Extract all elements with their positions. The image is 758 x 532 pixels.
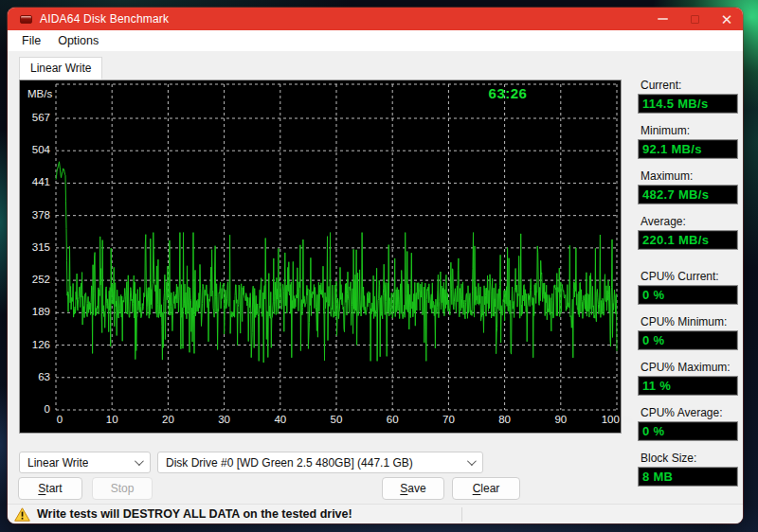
- x-axis-tick: 20: [147, 414, 189, 425]
- status-message: Write tests will DESTROY ALL DATA on the…: [37, 507, 352, 521]
- x-axis-tick: 30: [204, 414, 245, 425]
- y-axis-tick: 126: [22, 339, 50, 350]
- test-type-dropdown[interactable]: Linear Write: [19, 452, 151, 473]
- stat-value-6: 11 %: [638, 376, 738, 396]
- stat-label-5: CPU% Minimum:: [641, 315, 739, 328]
- x-axis-tick: 10: [91, 414, 133, 425]
- minimize-icon: [658, 18, 668, 20]
- benchmark-chart: MB/s 63:26 56750444137831525218912663001…: [19, 80, 622, 434]
- stat-label-6: CPU% Maximum:: [641, 361, 739, 374]
- button-label: Stop: [111, 482, 135, 495]
- chart-canvas: [20, 80, 623, 434]
- stat-value-2: 482.7 MB/s: [638, 185, 738, 204]
- stat-label-8: Block Size:: [641, 452, 739, 465]
- tab-linear-write[interactable]: Linear Write: [19, 57, 102, 80]
- stat-value-4: 0 %: [638, 285, 738, 305]
- stat-value-7: 0 %: [638, 421, 738, 441]
- x-axis-tick: 60: [371, 414, 413, 425]
- stat-label-4: CPU% Current:: [641, 270, 739, 283]
- close-button[interactable]: ✕: [711, 8, 743, 30]
- y-axis-tick: 63: [22, 371, 50, 382]
- y-axis-tick: 567: [22, 112, 50, 123]
- stat-label-7: CPU% Average:: [641, 406, 739, 419]
- stat-value-3: 220.1 MB/s: [638, 230, 738, 250]
- window-controls: ✕: [646, 8, 743, 30]
- x-axis-tick: 100 %: [596, 414, 638, 425]
- minimize-button[interactable]: [646, 8, 678, 30]
- y-axis-tick: 504: [22, 144, 50, 155]
- button-label: tart: [45, 482, 62, 495]
- x-axis-tick: 50: [316, 414, 357, 425]
- button-label: C: [473, 482, 481, 495]
- button-label: lear: [480, 482, 499, 495]
- maximize-icon: [691, 15, 699, 24]
- chevron-down-icon: [467, 456, 477, 466]
- stat-label-1: Minimum:: [641, 124, 739, 137]
- x-axis-tick: 80: [484, 414, 526, 425]
- app-icon: [20, 15, 32, 24]
- x-axis-tick: 40: [260, 414, 301, 425]
- y-axis-tick: 189: [22, 306, 50, 317]
- stop-button[interactable]: Stop: [92, 477, 153, 500]
- stat-label-2: Maximum:: [641, 169, 739, 183]
- drive-value: Disk Drive #0 [WD Green 2.5 480GB] (447.…: [158, 456, 413, 470]
- stat-value-5: 0 %: [638, 330, 738, 350]
- y-axis-tick: 315: [22, 241, 50, 253]
- maximize-button[interactable]: [678, 8, 711, 30]
- x-axis-tick: 70: [427, 414, 469, 425]
- button-label: S: [38, 482, 45, 495]
- stat-label-3: Average:: [641, 215, 739, 228]
- test-type-value: Linear Write: [20, 456, 88, 470]
- menu-item-file[interactable]: File: [13, 30, 49, 50]
- x-axis-tick: 0: [39, 414, 81, 425]
- clear-button[interactable]: Clear: [452, 477, 520, 500]
- status-bar: Write tests will DESTROY ALL DATA on the…: [8, 504, 743, 523]
- stat-value-0: 114.5 MB/s: [638, 94, 738, 114]
- y-axis-unit-label: MB/s: [27, 88, 52, 99]
- window-title: AIDA64 Disk Benchmark: [40, 12, 169, 26]
- start-button[interactable]: Start: [18, 477, 82, 500]
- drive-dropdown[interactable]: Disk Drive #0 [WD Green 2.5 480GB] (447.…: [157, 452, 483, 473]
- menu-bar: FileOptions: [8, 30, 743, 51]
- status-divider: [461, 507, 462, 522]
- title-bar: AIDA64 Disk Benchmark ✕: [8, 8, 743, 30]
- warning-icon: [14, 507, 30, 522]
- stat-value-8: 8 MB: [638, 467, 738, 487]
- close-icon: ✕: [721, 12, 733, 27]
- button-label: ave: [407, 482, 425, 495]
- menu-item-options[interactable]: Options: [49, 30, 107, 50]
- aida64-disk-benchmark-window: AIDA64 Disk Benchmark ✕ FileOptions Line…: [8, 8, 743, 523]
- y-axis-tick: 441: [22, 176, 50, 187]
- button-label: S: [400, 482, 407, 495]
- save-button[interactable]: Save: [382, 477, 444, 500]
- stat-value-1: 92.1 MB/s: [638, 139, 738, 159]
- elapsed-timer: 63:26: [467, 85, 549, 101]
- stat-label-0: Current:: [641, 79, 739, 92]
- x-axis-tick: 90: [540, 414, 582, 425]
- y-axis-tick: 378: [22, 209, 50, 221]
- tab-label: Linear Write: [30, 62, 91, 75]
- y-axis-tick: 252: [22, 274, 50, 285]
- chevron-down-icon: [135, 456, 144, 466]
